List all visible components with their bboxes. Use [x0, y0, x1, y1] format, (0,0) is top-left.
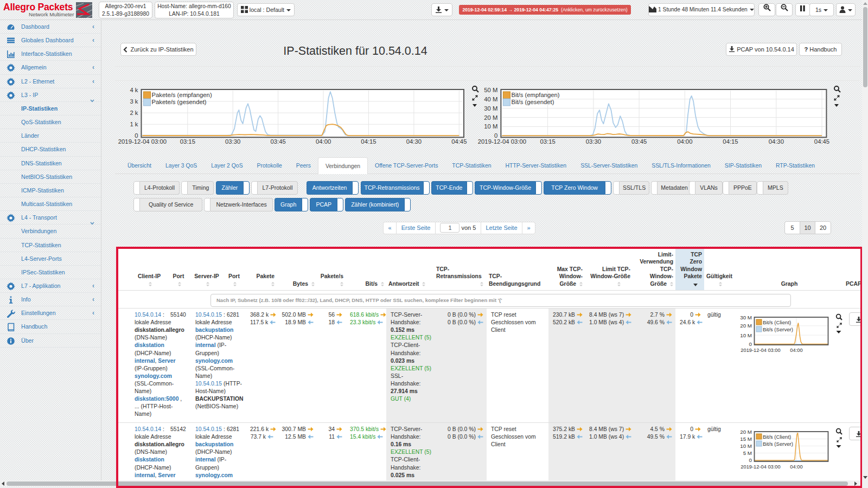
svg-text:2019-12-04 03:00: 2019-12-04 03:00	[118, 138, 167, 145]
svg-text:Bit/s (gesendet): Bit/s (gesendet)	[511, 99, 554, 105]
svg-text:40 M: 40 M	[484, 96, 497, 102]
svg-text:03:15: 03:15	[180, 138, 195, 145]
svg-text:04:00: 04:00	[677, 138, 692, 145]
svg-text:2019-12-04 03:00: 2019-12-04 03:00	[478, 138, 526, 145]
svg-text:Bit/s (empfangen): Bit/s (empfangen)	[511, 92, 559, 98]
svg-text:03:30: 03:30	[586, 138, 601, 145]
svg-text:03:45: 03:45	[270, 138, 285, 145]
svg-text:03:45: 03:45	[631, 138, 647, 145]
svg-text:04:15: 04:15	[723, 138, 738, 145]
svg-text:04:00: 04:00	[316, 138, 331, 145]
svg-text:20 M: 20 M	[484, 114, 497, 121]
svg-text:10 M: 10 M	[484, 123, 497, 130]
svg-text:03:15: 03:15	[540, 138, 555, 145]
svg-text:4 k: 4 k	[130, 87, 138, 93]
svg-text:50 M: 50 M	[484, 87, 497, 93]
svg-text:04:15: 04:15	[361, 138, 376, 145]
svg-text:04:45: 04:45	[814, 138, 829, 145]
svg-text:Pakete/s (empfangen): Pakete/s (empfangen)	[152, 92, 212, 98]
svg-text:2 k: 2 k	[130, 110, 138, 116]
svg-text:1 k: 1 k	[130, 121, 138, 127]
svg-text:04:45: 04:45	[451, 138, 467, 145]
svg-text:03:30: 03:30	[225, 138, 240, 145]
svg-text:04:30: 04:30	[406, 138, 422, 145]
svg-text:30 M: 30 M	[484, 105, 497, 112]
svg-text:04:30: 04:30	[769, 138, 784, 145]
svg-text:3 k: 3 k	[130, 98, 138, 105]
svg-text:Pakete/s (gesendet): Pakete/s (gesendet)	[152, 99, 207, 105]
